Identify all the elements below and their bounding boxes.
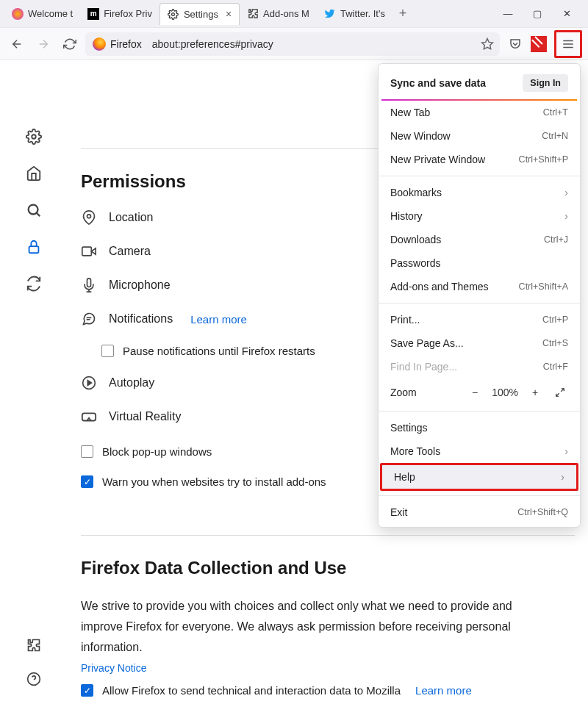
divider xyxy=(379,176,580,176)
tab-label: Settings xyxy=(184,9,218,20)
perm-label: Autoplay xyxy=(109,376,154,389)
divider xyxy=(379,411,580,412)
firefox-logo-icon xyxy=(93,37,106,51)
sidebar-extensions[interactable] xyxy=(25,636,43,654)
block-popups-checkbox[interactable] xyxy=(81,445,93,458)
menu-new-private-window[interactable]: New Private WindowCtrl+Shift+P xyxy=(379,148,580,171)
svg-point-6 xyxy=(29,205,38,215)
minimize-button[interactable]: — xyxy=(498,8,517,19)
pause-label: Pause notifications until Firefox restar… xyxy=(123,345,315,357)
pocket-button[interactable] xyxy=(504,33,526,55)
forward-button[interactable] xyxy=(32,33,54,55)
extension-icon[interactable] xyxy=(531,36,547,52)
menu-exit[interactable]: ExitCtrl+Shift+Q xyxy=(379,500,580,524)
sidebar-search[interactable] xyxy=(25,201,43,219)
gear-icon xyxy=(168,8,179,20)
tab-twitter[interactable]: Twitter. It's xyxy=(317,3,392,25)
menu-settings[interactable]: Settings xyxy=(379,416,580,439)
location-icon xyxy=(81,209,97,226)
privacy-notice-link[interactable]: Privacy Notice xyxy=(81,662,146,674)
close-window-button[interactable]: ✕ xyxy=(557,8,576,19)
pause-checkbox[interactable] xyxy=(101,345,114,357)
learn-more-link[interactable]: Learn more xyxy=(190,313,247,326)
menu-bookmarks[interactable]: Bookmarks› xyxy=(379,181,580,204)
svg-line-19 xyxy=(556,393,559,396)
warn-install-checkbox[interactable]: ✓ xyxy=(81,475,93,488)
fullscreen-button[interactable] xyxy=(552,384,568,401)
perm-label: Camera xyxy=(109,245,151,258)
firefox-icon xyxy=(12,8,24,20)
menu-new-tab[interactable]: New TabCtrl+T xyxy=(379,101,580,124)
microphone-icon xyxy=(81,277,97,293)
settings-sidebar xyxy=(0,60,68,704)
divider xyxy=(81,535,575,536)
menu-addons[interactable]: Add-ons and ThemesCtrl+Shift+A xyxy=(379,275,580,298)
divider xyxy=(379,495,580,496)
menu-find: Find In Page...Ctrl+F xyxy=(379,355,580,378)
sidebar-help[interactable] xyxy=(25,670,43,688)
learn-more-link[interactable]: Learn more xyxy=(415,684,472,697)
hamburger-highlight xyxy=(554,30,582,58)
maximize-button[interactable]: ▢ xyxy=(528,8,547,19)
menu-new-window[interactable]: New WindowCtrl+N xyxy=(379,124,580,148)
tab-label: Twitter. It's xyxy=(340,8,385,19)
help-highlight: Help› xyxy=(380,463,578,491)
svg-line-7 xyxy=(37,213,40,217)
svg-point-11 xyxy=(87,215,91,218)
sidebar-privacy[interactable] xyxy=(25,238,43,256)
zoom-value: 100% xyxy=(492,387,518,398)
menu-more-tools[interactable]: More Tools› xyxy=(379,439,580,463)
warn-install-label: Warn you when websites try to install ad… xyxy=(102,475,326,488)
sync-label: Sync and save data xyxy=(390,77,486,89)
svg-line-18 xyxy=(561,389,564,392)
menu-passwords[interactable]: Passwords xyxy=(379,251,580,275)
svg-marker-1 xyxy=(482,38,493,49)
divider xyxy=(379,303,580,303)
back-button[interactable] xyxy=(6,33,28,55)
allow-data-checkbox[interactable]: ✓ xyxy=(81,684,93,697)
svg-point-5 xyxy=(32,134,36,139)
allow-data-label: Allow Firefox to send technical and inte… xyxy=(102,684,401,697)
site-identity[interactable]: Firefox xyxy=(91,36,146,52)
chevron-right-icon: › xyxy=(564,210,568,222)
camera-icon xyxy=(81,243,97,259)
menu-history[interactable]: History› xyxy=(379,204,580,228)
data-collection-desc: We strive to provide you with choices an… xyxy=(81,596,551,658)
menu-zoom: Zoom − 100% + xyxy=(379,378,580,406)
sidebar-general[interactable] xyxy=(25,128,43,146)
chevron-right-icon: › xyxy=(561,471,564,483)
zoom-out-button[interactable]: − xyxy=(467,384,483,401)
tab-welcome[interactable]: Welcome t xyxy=(4,3,80,25)
perm-label: Notifications xyxy=(109,312,173,326)
sidebar-sync[interactable] xyxy=(25,275,43,292)
menu-help[interactable]: Help› xyxy=(382,465,576,489)
menu-downloads[interactable]: DownloadsCtrl+J xyxy=(379,228,580,251)
notification-icon xyxy=(81,311,97,327)
svg-rect-8 xyxy=(29,246,39,253)
zoom-in-button[interactable]: + xyxy=(527,384,543,401)
chevron-right-icon: › xyxy=(564,445,568,457)
svg-marker-16 xyxy=(87,381,91,386)
twitter-icon xyxy=(324,8,336,20)
sign-in-button[interactable]: Sign In xyxy=(523,74,568,92)
menu-print[interactable]: Print...Ctrl+P xyxy=(379,308,580,331)
menu-save-page[interactable]: Save Page As...Ctrl+S xyxy=(379,331,580,355)
new-tab-button[interactable]: + xyxy=(392,6,413,21)
app-menu-button[interactable] xyxy=(557,33,579,55)
bookmark-star-icon[interactable] xyxy=(481,37,494,51)
tab-addons[interactable]: Add-ons M xyxy=(240,3,317,25)
mozilla-icon: m xyxy=(87,8,99,20)
chevron-right-icon: › xyxy=(564,187,568,198)
svg-point-0 xyxy=(172,12,175,15)
tab-label: Welcome t xyxy=(28,8,73,19)
sidebar-home[interactable] xyxy=(25,165,43,182)
perm-label: Microphone xyxy=(109,279,171,292)
tab-firefox-privacy[interactable]: m Firefox Priv xyxy=(80,3,159,25)
perm-label: Location xyxy=(109,211,154,224)
close-icon[interactable]: × xyxy=(226,8,232,20)
identity-label: Firefox xyxy=(110,38,142,50)
puzzle-icon xyxy=(247,8,259,20)
reload-button[interactable] xyxy=(59,33,81,55)
address-bar[interactable]: Firefox about:preferences#privacy xyxy=(85,32,500,56)
tab-settings[interactable]: Settings × xyxy=(159,3,240,25)
